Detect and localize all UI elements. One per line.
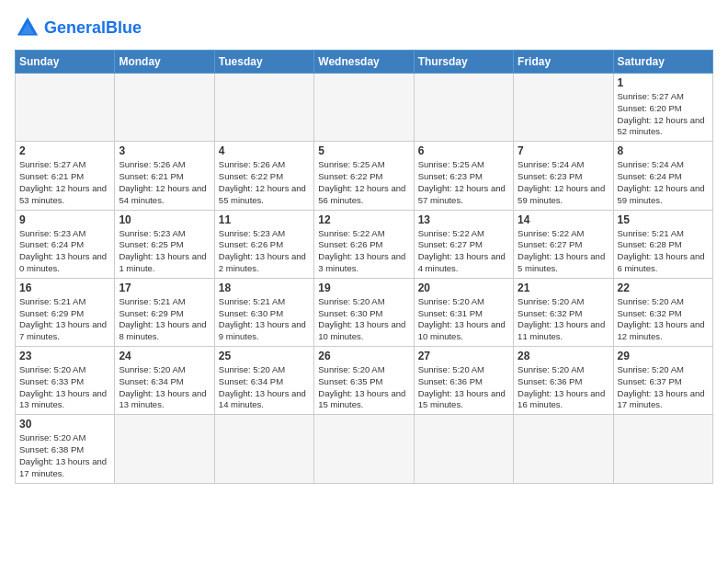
day-info: Sunrise: 5:21 AM Sunset: 6:30 PM Dayligh… — [219, 296, 310, 343]
calendar-cell: 2Sunrise: 5:27 AM Sunset: 6:21 PM Daylig… — [16, 142, 115, 210]
col-saturday: Saturday — [613, 51, 712, 74]
calendar-cell: 14Sunrise: 5:22 AM Sunset: 6:27 PM Dayli… — [514, 210, 613, 278]
logo-icon — [15, 15, 40, 40]
header: GeneralBlue — [15, 15, 713, 40]
calendar-cell: 23Sunrise: 5:20 AM Sunset: 6:33 PM Dayli… — [16, 347, 115, 415]
day-info: Sunrise: 5:26 AM Sunset: 6:22 PM Dayligh… — [219, 159, 310, 206]
day-info: Sunrise: 5:21 AM Sunset: 6:29 PM Dayligh… — [19, 296, 110, 343]
calendar-cell: 12Sunrise: 5:22 AM Sunset: 6:26 PM Dayli… — [314, 210, 414, 278]
col-thursday: Thursday — [414, 51, 513, 74]
calendar-cell — [115, 74, 214, 142]
day-info: Sunrise: 5:25 AM Sunset: 6:22 PM Dayligh… — [318, 159, 409, 206]
day-number: 2 — [19, 144, 110, 157]
day-info: Sunrise: 5:20 AM Sunset: 6:32 PM Dayligh… — [518, 296, 609, 343]
day-number: 3 — [119, 144, 210, 157]
day-info: Sunrise: 5:20 AM Sunset: 6:30 PM Dayligh… — [318, 296, 409, 343]
day-info: Sunrise: 5:21 AM Sunset: 6:28 PM Dayligh… — [618, 228, 709, 275]
day-number: 10 — [119, 213, 210, 226]
calendar-cell — [514, 74, 613, 142]
day-number: 14 — [518, 213, 609, 226]
logo: GeneralBlue — [15, 15, 142, 40]
day-number: 15 — [618, 213, 709, 226]
calendar-cell: 15Sunrise: 5:21 AM Sunset: 6:28 PM Dayli… — [613, 210, 712, 278]
day-info: Sunrise: 5:20 AM Sunset: 6:34 PM Dayligh… — [219, 364, 310, 411]
day-info: Sunrise: 5:27 AM Sunset: 6:20 PM Dayligh… — [618, 91, 709, 138]
day-number: 21 — [518, 282, 609, 294]
calendar-cell — [115, 415, 214, 483]
day-number: 25 — [219, 350, 310, 362]
calendar-cell — [514, 415, 613, 483]
calendar-cell — [214, 74, 313, 142]
day-info: Sunrise: 5:20 AM Sunset: 6:31 PM Dayligh… — [418, 296, 509, 343]
day-info: Sunrise: 5:20 AM Sunset: 6:36 PM Dayligh… — [518, 364, 609, 411]
day-info: Sunrise: 5:20 AM Sunset: 6:35 PM Dayligh… — [318, 364, 409, 411]
calendar-cell: 21Sunrise: 5:20 AM Sunset: 6:32 PM Dayli… — [514, 278, 613, 346]
calendar-cell: 5Sunrise: 5:25 AM Sunset: 6:22 PM Daylig… — [314, 142, 414, 210]
calendar-cell: 20Sunrise: 5:20 AM Sunset: 6:31 PM Dayli… — [414, 278, 513, 346]
col-tuesday: Tuesday — [214, 51, 313, 74]
calendar-cell: 11Sunrise: 5:23 AM Sunset: 6:26 PM Dayli… — [214, 210, 313, 278]
day-number: 12 — [318, 213, 409, 226]
calendar-cell: 30Sunrise: 5:20 AM Sunset: 6:38 PM Dayli… — [16, 415, 115, 483]
day-info: Sunrise: 5:24 AM Sunset: 6:23 PM Dayligh… — [518, 159, 609, 206]
day-info: Sunrise: 5:27 AM Sunset: 6:21 PM Dayligh… — [19, 159, 110, 206]
day-info: Sunrise: 5:20 AM Sunset: 6:33 PM Dayligh… — [19, 364, 110, 411]
day-number: 9 — [19, 213, 110, 226]
day-number: 13 — [418, 213, 509, 226]
calendar-cell: 13Sunrise: 5:22 AM Sunset: 6:27 PM Dayli… — [414, 210, 513, 278]
day-number: 8 — [618, 144, 709, 157]
col-wednesday: Wednesday — [314, 51, 414, 74]
calendar-cell: 17Sunrise: 5:21 AM Sunset: 6:29 PM Dayli… — [115, 278, 214, 346]
calendar-cell: 10Sunrise: 5:23 AM Sunset: 6:25 PM Dayli… — [115, 210, 214, 278]
day-number: 16 — [19, 282, 110, 294]
day-number: 11 — [219, 213, 310, 226]
day-number: 17 — [119, 282, 210, 294]
day-number: 30 — [19, 418, 110, 431]
day-info: Sunrise: 5:22 AM Sunset: 6:27 PM Dayligh… — [518, 228, 609, 275]
calendar-cell: 1Sunrise: 5:27 AM Sunset: 6:20 PM Daylig… — [613, 74, 712, 142]
calendar-cell: 28Sunrise: 5:20 AM Sunset: 6:36 PM Dayli… — [514, 347, 613, 415]
day-number: 18 — [219, 282, 310, 294]
day-info: Sunrise: 5:20 AM Sunset: 6:32 PM Dayligh… — [618, 296, 709, 343]
calendar-cell: 9Sunrise: 5:23 AM Sunset: 6:24 PM Daylig… — [16, 210, 115, 278]
day-number: 7 — [518, 144, 609, 157]
day-info: Sunrise: 5:23 AM Sunset: 6:24 PM Dayligh… — [19, 228, 110, 275]
day-info: Sunrise: 5:22 AM Sunset: 6:26 PM Dayligh… — [318, 228, 409, 275]
day-info: Sunrise: 5:21 AM Sunset: 6:29 PM Dayligh… — [119, 296, 210, 343]
day-info: Sunrise: 5:20 AM Sunset: 6:38 PM Dayligh… — [19, 432, 110, 479]
calendar-cell: 27Sunrise: 5:20 AM Sunset: 6:36 PM Dayli… — [414, 347, 513, 415]
day-info: Sunrise: 5:22 AM Sunset: 6:27 PM Dayligh… — [418, 228, 509, 275]
day-number: 1 — [618, 76, 709, 89]
calendar-cell — [414, 415, 513, 483]
day-info: Sunrise: 5:20 AM Sunset: 6:36 PM Dayligh… — [418, 364, 509, 411]
day-info: Sunrise: 5:26 AM Sunset: 6:21 PM Dayligh… — [119, 159, 210, 206]
day-info: Sunrise: 5:25 AM Sunset: 6:23 PM Dayligh… — [418, 159, 509, 206]
calendar-cell — [414, 74, 513, 142]
day-number: 24 — [119, 350, 210, 362]
day-number: 19 — [318, 282, 409, 294]
calendar-cell: 3Sunrise: 5:26 AM Sunset: 6:21 PM Daylig… — [115, 142, 214, 210]
calendar-cell — [314, 415, 414, 483]
calendar-cell: 22Sunrise: 5:20 AM Sunset: 6:32 PM Dayli… — [613, 278, 712, 346]
day-info: Sunrise: 5:23 AM Sunset: 6:25 PM Dayligh… — [119, 228, 210, 275]
day-info: Sunrise: 5:24 AM Sunset: 6:24 PM Dayligh… — [618, 159, 709, 206]
calendar-cell: 18Sunrise: 5:21 AM Sunset: 6:30 PM Dayli… — [214, 278, 313, 346]
calendar-cell: 19Sunrise: 5:20 AM Sunset: 6:30 PM Dayli… — [314, 278, 414, 346]
day-number: 20 — [418, 282, 509, 294]
day-number: 28 — [518, 350, 609, 362]
page: GeneralBlue Sunday Monday Tuesday Wednes… — [0, 0, 728, 563]
col-sunday: Sunday — [16, 51, 115, 74]
calendar-cell — [16, 74, 115, 142]
calendar-cell — [314, 74, 414, 142]
calendar-cell: 6Sunrise: 5:25 AM Sunset: 6:23 PM Daylig… — [414, 142, 513, 210]
day-number: 5 — [318, 144, 409, 157]
calendar-cell: 25Sunrise: 5:20 AM Sunset: 6:34 PM Dayli… — [214, 347, 313, 415]
day-number: 29 — [618, 350, 709, 362]
logo-text: GeneralBlue — [44, 19, 142, 36]
calendar-header-row: Sunday Monday Tuesday Wednesday Thursday… — [16, 51, 713, 74]
day-number: 23 — [19, 350, 110, 362]
day-number: 6 — [418, 144, 509, 157]
calendar-cell — [613, 415, 712, 483]
day-number: 4 — [219, 144, 310, 157]
calendar-cell: 7Sunrise: 5:24 AM Sunset: 6:23 PM Daylig… — [514, 142, 613, 210]
